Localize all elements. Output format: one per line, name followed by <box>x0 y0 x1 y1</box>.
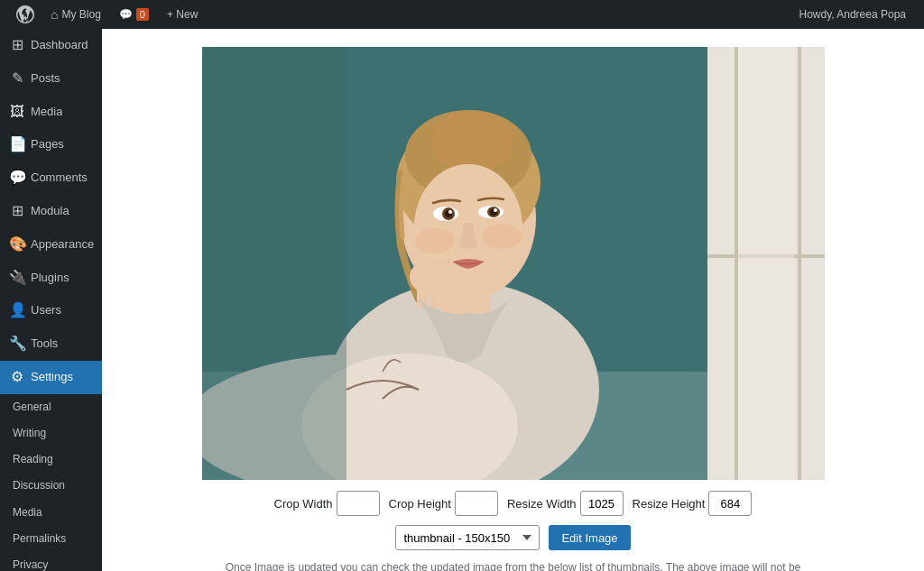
sidebar-item-appearance[interactable]: 🎨 Appearance <box>0 228 102 262</box>
sidebar-label-tools: Tools <box>31 336 58 352</box>
sidebar-label-media: Media <box>31 105 62 120</box>
sidebar-item-comments[interactable]: 💬 Comments <box>0 161 102 195</box>
svg-rect-30 <box>202 47 346 480</box>
site-name-button[interactable]: ⌂ My Blog <box>42 0 110 29</box>
sidebar-label-pages: Pages <box>31 137 64 152</box>
crop-height-input[interactable] <box>455 491 498 516</box>
edit-image-button[interactable]: Edit Image <box>549 525 630 550</box>
comments-count: 0 <box>136 8 149 21</box>
submenu-item-writing[interactable]: Writing <box>0 420 102 447</box>
sidebar-label-dashboard: Dashboard <box>31 38 88 53</box>
crop-width-input[interactable] <box>337 491 380 516</box>
controls-row: Crop Width Crop Height Resize Width Resi… <box>274 491 753 516</box>
info-text: Once Image is updated you can check the … <box>207 559 820 571</box>
howdy-text: Howdy, Andreea Popa <box>799 8 915 21</box>
plugins-icon: 🔌 <box>9 269 25 288</box>
sidebar-item-modula[interactable]: ⊞ Modula <box>0 195 102 228</box>
svg-rect-29 <box>440 280 450 312</box>
sidebar-label-appearance: Appearance <box>31 237 94 253</box>
submenu-item-general[interactable]: General <box>0 394 102 420</box>
sidebar-item-pages[interactable]: 📄 Pages <box>0 128 102 161</box>
tools-icon: 🔧 <box>9 335 25 354</box>
controls-area: Crop Width Crop Height Resize Width Resi… <box>184 480 843 571</box>
svg-point-14 <box>432 110 513 173</box>
resize-height-group: Resize Height <box>633 491 753 516</box>
wp-logo-button[interactable] <box>9 0 42 29</box>
sidebar-label-posts: Posts <box>31 71 60 87</box>
sidebar-item-plugins[interactable]: 🔌 Plugins <box>0 262 102 295</box>
svg-point-23 <box>494 208 497 212</box>
resize-width-input[interactable] <box>580 491 624 516</box>
crop-width-group: Crop Width <box>274 491 380 516</box>
sidebar-label-plugins: Plugins <box>31 271 69 286</box>
sidebar-item-dashboard[interactable]: ⊞ Dashboard <box>0 29 102 62</box>
settings-submenu: General Writing Reading Discussion Media… <box>0 394 102 571</box>
svg-rect-3 <box>798 47 801 480</box>
submenu-item-reading[interactable]: Reading <box>0 447 102 473</box>
site-name-label: My Blog <box>61 8 100 21</box>
submenu-item-media-settings[interactable]: Media <box>0 500 102 526</box>
bottom-controls-row: thumbnail - 150x150 medium - 300x300 lar… <box>395 525 630 550</box>
sidebar-label-modula: Modula <box>31 204 69 219</box>
resize-width-label: Resize Width <box>507 497 577 511</box>
sidebar-item-settings[interactable]: ⚙ Settings <box>0 361 102 394</box>
sidebar-label-settings: Settings <box>31 370 73 385</box>
modula-icon: ⊞ <box>9 202 25 221</box>
svg-rect-2 <box>735 47 738 480</box>
dashboard-icon: ⊞ <box>9 36 25 55</box>
resize-height-label: Resize Height <box>633 497 706 511</box>
admin-bar: ⌂ My Blog 💬 0 + New Howdy, Andreea Popa <box>0 0 924 29</box>
resize-width-group: Resize Width <box>507 491 624 516</box>
sidebar-item-posts[interactable]: ✎ Posts <box>0 62 102 96</box>
svg-point-25 <box>482 224 522 249</box>
new-content-button[interactable]: + New <box>158 0 207 29</box>
users-icon: 👤 <box>9 301 25 320</box>
portrait-svg <box>202 47 825 480</box>
sidebar-label-users: Users <box>31 303 61 318</box>
comments-icon: 💬 <box>9 169 25 188</box>
svg-point-24 <box>415 228 455 253</box>
main-image <box>202 47 825 480</box>
content-area: Crop Width Crop Height Resize Width Resi… <box>102 29 924 571</box>
new-label: + New <box>167 8 198 21</box>
comment-icon: 💬 <box>119 8 133 21</box>
media-icon: 🖼 <box>9 103 25 122</box>
wp-logo-icon <box>16 5 34 23</box>
thumbnail-size-select[interactable]: thumbnail - 150x150 medium - 300x300 lar… <box>395 525 540 550</box>
sidebar-item-media[interactable]: 🖼 Media <box>0 96 102 129</box>
admin-sidebar: ⊞ Dashboard ✎ Posts 🖼 Media 📄 Pages 💬 Co… <box>0 29 102 571</box>
submenu-item-privacy[interactable]: Privacy <box>0 552 102 571</box>
posts-icon: ✎ <box>9 69 25 88</box>
pages-icon: 📄 <box>9 135 25 154</box>
settings-icon: ⚙ <box>9 368 25 387</box>
submenu-item-discussion[interactable]: Discussion <box>0 473 102 499</box>
appearance-icon: 🎨 <box>9 235 25 254</box>
svg-point-19 <box>448 210 452 214</box>
image-container <box>184 29 843 480</box>
crop-height-group: Crop Height <box>389 491 498 516</box>
svg-rect-5 <box>738 47 794 480</box>
crop-width-label: Crop Width <box>274 497 333 511</box>
sidebar-item-users[interactable]: 👤 Users <box>0 294 102 327</box>
sidebar-item-tools[interactable]: 🔧 Tools <box>0 327 102 361</box>
crop-height-label: Crop Height <box>389 497 451 511</box>
comments-button[interactable]: 💬 0 <box>110 0 158 29</box>
resize-height-input[interactable] <box>708 491 752 516</box>
sidebar-label-comments: Comments <box>31 170 88 186</box>
submenu-item-permalinks[interactable]: Permalinks <box>0 526 102 552</box>
